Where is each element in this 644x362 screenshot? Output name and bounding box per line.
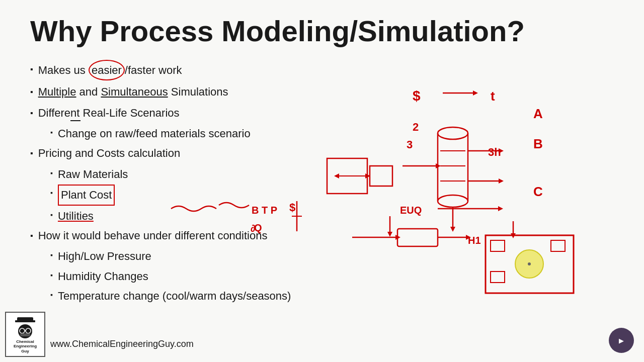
circled-easier: easier [89,60,125,80]
bullet-marker-sub: ▪ [50,167,53,179]
bullet-4-3: ▪ Utilities [50,207,614,225]
bullet-4: ▪ Pricing and Costs calculation [30,144,614,162]
humidity-changes-text: Humidity Changes [58,267,148,286]
bullet-5-1: ▪ High/Low Pressure [50,247,614,265]
bullet-4-2: ▪ Plant Cost [50,185,614,205]
logo-text: Chemical Engineering Guy [14,339,37,354]
bullet-4-1: ▪ Raw Materials [50,165,614,184]
bullet-3-1-text: Change on raw/feed materials scenario [58,124,251,143]
progress-indicator: ▶ [609,328,634,353]
bullet-marker: ▪ [30,85,33,99]
slide: Why Process Modeling/Simulation? ▪ Makes… [0,0,644,362]
slide-title: Why Process Modeling/Simulation? [30,15,614,47]
bullet-marker: ▪ [30,106,33,120]
bullet-marker: ▪ [30,62,33,76]
bullet-3-1: ▪ Change on raw/feed materials scenario [50,124,614,143]
bullet-marker-sub: ▪ [50,249,53,261]
bullet-5: ▪ How it would behave under different co… [30,226,614,245]
bullet-marker: ▪ [30,229,33,242]
utilities-text: Utilities [58,207,94,225]
bullet-marker: ▪ [30,146,33,160]
bullet-marker-sub: ▪ [50,209,53,221]
temperature-change-text: Temperature change (cool/warm days/seaso… [58,287,291,305]
bullet-marker-sub: ▪ [50,127,53,139]
logo-box: Chemical Engineering Guy [5,312,45,357]
bullet-5-text: How it would behave under different cond… [38,226,268,245]
bullet-2-text: Multiple and Simultaneous Simulations [38,82,228,101]
bullet-marker-sub: ▪ [50,269,53,282]
bullet-1: ▪ Makes us easier/faster work [30,60,614,80]
bullet-5-2: ▪ Humidity Changes [50,267,614,286]
website-url: www.ChemicalEngineeringGuy.com [50,339,194,349]
simultaneous-underlined: Simultaneous [101,85,168,98]
svg-rect-58 [15,320,35,322]
multiple-underlined: Multiple [38,85,76,98]
svg-rect-63 [20,333,30,336]
content-area: ▪ Makes us easier/faster work ▪ Multiple… [30,60,614,306]
logo-icon [13,315,37,339]
high-low-pressure-text: High/Low Pressure [58,247,151,265]
bullet-3-text: Different Real-Life Scenarios [38,104,180,122]
bullet-1-text: Makes us easier/faster work [38,60,182,80]
raw-materials-text: Raw Materials [58,165,128,184]
bullet-marker-sub: ▪ [50,187,53,199]
bullet-3: ▪ Different Real-Life Scenarios [30,104,614,122]
bullet-4-text: Pricing and Costs calculation [38,144,180,162]
progress-number: ▶ [619,337,624,344]
bullet-marker-sub: ▪ [50,289,53,301]
bullet-5-3: ▪ Temperature change (cool/warm days/sea… [50,287,614,305]
plant-cost-boxed: Plant Cost [58,185,115,205]
bullet-2: ▪ Multiple and Simultaneous Simulations [30,82,614,101]
